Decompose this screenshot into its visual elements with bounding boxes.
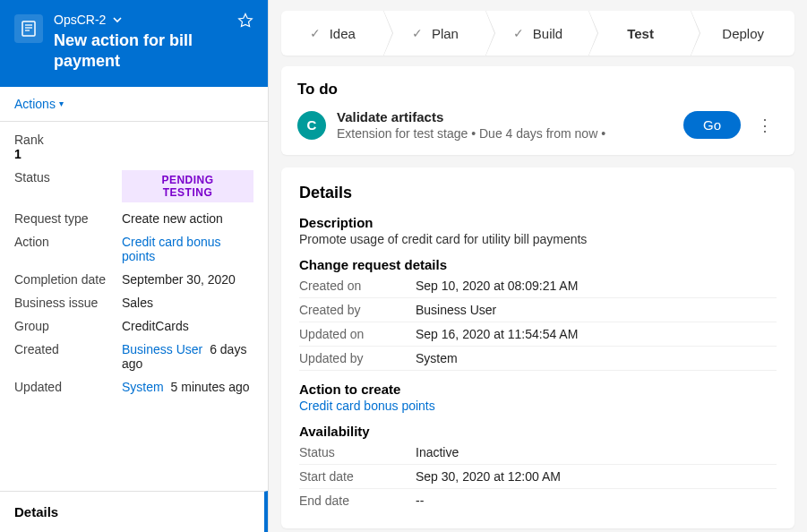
status-label: Status	[14, 170, 122, 184]
availability-heading: Availability	[299, 424, 777, 439]
actions-bar: Actions ▾	[0, 87, 268, 122]
todo-card: To do C Validate artifacts Extension for…	[281, 66, 794, 155]
tab-details[interactable]: Details	[0, 491, 268, 532]
details-heading: Details	[299, 184, 777, 202]
case-id: OpsCR-2	[54, 13, 106, 27]
actions-label: Actions	[14, 97, 56, 111]
check-icon: ✓	[513, 26, 524, 40]
svg-rect-0	[22, 21, 35, 36]
stage-test[interactable]: Test	[589, 11, 692, 56]
avail-start-value: Sep 30, 2020 at 12:00 AM	[416, 469, 561, 484]
group-value: CreditCards	[122, 319, 253, 333]
case-title: New action for bill payment	[54, 30, 227, 73]
updated-time: 5 minutes ago	[171, 380, 250, 394]
updated-on-label: Updated on	[299, 327, 416, 341]
details-card: Details Description Promote usage of cre…	[281, 167, 794, 528]
case-meta: Rank 1 Status PENDING TESTING Request ty…	[0, 122, 268, 410]
created-by-label: Created by	[299, 303, 416, 317]
bi-label: Business issue	[14, 296, 122, 310]
action-link[interactable]: Credit card bonus points	[122, 235, 221, 263]
stage-deploy[interactable]: Deploy	[691, 11, 794, 56]
document-icon	[14, 14, 43, 43]
sidebar: OpsCR-2 New action for bill payment Acti…	[0, 0, 269, 532]
actions-dropdown[interactable]: Actions ▾	[14, 97, 64, 111]
created-on-value: Sep 10, 2020 at 08:09:21 AM	[416, 279, 578, 293]
stage-label: Plan	[432, 26, 459, 41]
bi-value: Sales	[122, 296, 253, 310]
reqtype-label: Request type	[14, 211, 122, 226]
todo-task: Validate artifacts	[337, 109, 673, 124]
stage-label: Build	[533, 26, 562, 41]
created-by-value: Business User	[416, 303, 496, 317]
group-label: Group	[14, 319, 122, 333]
header-content: OpsCR-2 New action for bill payment	[54, 13, 227, 73]
stage-plan[interactable]: ✓Plan	[384, 11, 487, 56]
check-icon: ✓	[412, 26, 423, 40]
avail-status-value: Inactive	[416, 445, 459, 459]
avail-start-label: Start date	[299, 469, 416, 484]
crd-heading: Change request details	[299, 257, 777, 272]
atc-link[interactable]: Credit card bonus points	[299, 399, 435, 413]
description-value: Promote usage of credit card for utility…	[299, 232, 777, 246]
status-badge: PENDING TESTING	[122, 170, 253, 202]
avail-end-value: --	[416, 493, 424, 508]
description-label: Description	[299, 215, 777, 230]
action-label: Action	[14, 235, 122, 249]
todo-heading: To do	[297, 81, 778, 99]
stage-label: Deploy	[722, 26, 764, 41]
avail-status-label: Status	[299, 445, 416, 459]
completion-label: Completion date	[14, 272, 122, 287]
stage-build[interactable]: ✓Build	[486, 11, 589, 56]
stage-label: Test	[627, 26, 654, 41]
kebab-icon[interactable]: ⋮	[751, 116, 778, 135]
created-on-label: Created on	[299, 279, 416, 293]
todo-subtext: Extension for test stage • Due 4 days fr…	[337, 126, 673, 141]
caret-down-icon: ▾	[59, 99, 64, 108]
stage-chevron: ✓Idea ✓Plan ✓Build Test Deploy	[281, 11, 794, 56]
rank-label: Rank	[14, 133, 253, 147]
star-icon[interactable]	[237, 13, 253, 33]
left-tabs: Details	[0, 491, 268, 532]
updated-by-value: System	[416, 351, 458, 365]
chevron-down-icon[interactable]	[113, 13, 122, 26]
updated-by-label: Updated by	[299, 351, 416, 365]
avatar: C	[297, 111, 326, 140]
stage-label: Idea	[330, 26, 356, 41]
atc-heading: Action to create	[299, 382, 777, 397]
created-user-link[interactable]: Business User	[122, 342, 202, 356]
stage-idea[interactable]: ✓Idea	[281, 11, 384, 56]
case-header: OpsCR-2 New action for bill payment	[0, 0, 268, 87]
rank-value: 1	[14, 147, 253, 161]
updated-user-link[interactable]: System	[122, 380, 164, 394]
go-button[interactable]: Go	[683, 111, 741, 139]
completion-value: September 30, 2020	[122, 272, 253, 287]
updated-label: Updated	[14, 380, 122, 394]
main-content: ✓Idea ✓Plan ✓Build Test Deploy To do C V…	[269, 0, 807, 532]
reqtype-value: Create new action	[122, 211, 253, 226]
avail-end-label: End date	[299, 493, 416, 508]
created-label: Created	[14, 342, 122, 356]
updated-on-value: Sep 16, 2020 at 11:54:54 AM	[416, 327, 578, 341]
check-icon: ✓	[310, 26, 321, 40]
